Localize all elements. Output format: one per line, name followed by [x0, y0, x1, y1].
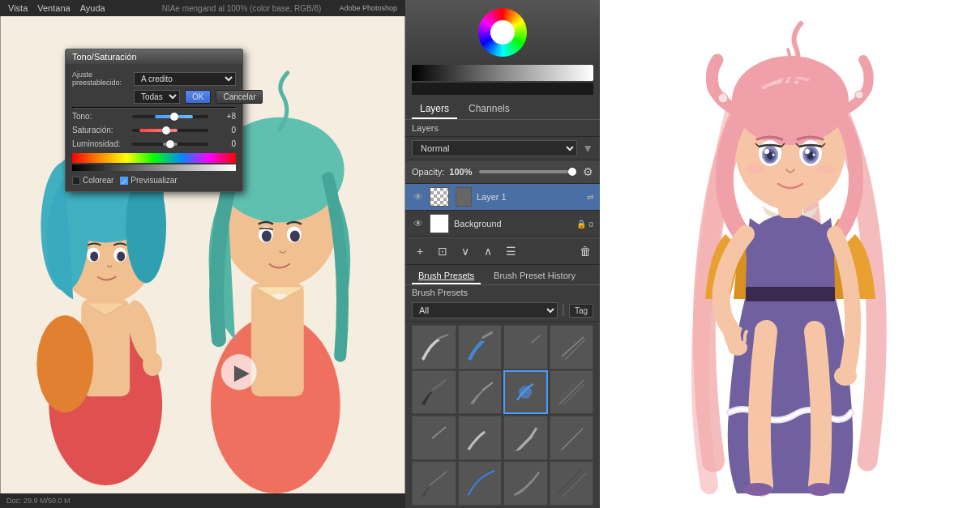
blend-mode-arrow: ▼ [582, 142, 593, 155]
color-wheel[interactable] [478, 8, 527, 57]
layer-item-background[interactable]: 👁 Background 🔒 α [405, 211, 600, 237]
brush-item-12[interactable] [550, 416, 594, 460]
brush-item-5[interactable] [412, 370, 456, 415]
gradient-bar[interactable] [412, 65, 593, 81]
background-thumbnail [430, 214, 449, 233]
cancel-button[interactable]: Cancelar [216, 90, 263, 104]
menu-vista[interactable]: Vista [8, 3, 28, 13]
luminosity-bar [72, 164, 236, 171]
svg-point-42 [746, 214, 835, 287]
layer-settings-icon[interactable]: ⚙ [583, 165, 593, 178]
svg-line-34 [432, 427, 446, 438]
brush-presets-grid [405, 322, 600, 508]
svg-line-39 [559, 473, 584, 497]
layers-subheader: Layers [405, 120, 600, 137]
color-spectrum-bar [72, 153, 236, 163]
svg-point-61 [746, 164, 765, 174]
menu-bar: Vista Ventana Ayuda NIAe mengand al 100%… [0, 0, 405, 16]
luminosity-value: 0 [212, 139, 236, 148]
luminosity-slider[interactable] [132, 143, 208, 146]
layer1-name: Layer 1 [477, 192, 582, 202]
svg-point-53 [764, 149, 769, 154]
brush-item-16[interactable] [550, 461, 594, 506]
svg-rect-25 [481, 331, 493, 339]
delete-layer-button[interactable]: 🗑 [577, 243, 593, 259]
svg-point-20 [262, 231, 272, 242]
menu-ventana[interactable]: Ventana [37, 3, 70, 13]
hue-slider[interactable] [132, 115, 208, 118]
svg-point-64 [834, 366, 857, 386]
preview-checkbox[interactable]: ✓ Previsualizar [120, 176, 177, 185]
color-wheel-center [490, 20, 515, 45]
tab-brush-presets[interactable]: Brush Presets [412, 268, 481, 284]
layer-item-layer1[interactable]: 👁 Layer 1 ⇄ [405, 184, 600, 211]
svg-point-10 [117, 252, 125, 262]
background-visibility-icon[interactable]: 👁 [412, 217, 425, 230]
status-bar: Doc: 29.9 M/50.0 M [0, 493, 405, 508]
layer1-mask-thumbnail [456, 187, 472, 207]
opacity-slider[interactable] [479, 170, 577, 173]
brush-item-13[interactable] [412, 461, 456, 506]
svg-point-30 [519, 386, 532, 399]
brush-item-7[interactable] [503, 370, 548, 415]
layer-style-button[interactable]: ∨ [457, 243, 473, 259]
preset-label: Ajuste preestablecido: [72, 70, 129, 87]
svg-point-9 [90, 252, 98, 262]
ps-hue-saturation-dialog[interactable]: Tono/Saturación Ajuste preestablecido: A… [65, 49, 243, 192]
svg-line-36 [562, 429, 583, 450]
brush-item-14[interactable] [458, 461, 503, 506]
brush-item-11[interactable] [503, 416, 548, 460]
background-lock-icon: 🔒 α [576, 220, 593, 228]
brush-item-15[interactable] [503, 461, 548, 506]
hue-label: Tono: [72, 112, 129, 121]
layer-adjust-button[interactable]: ☰ [503, 243, 519, 259]
layer1-visibility-icon[interactable]: 👁 [412, 190, 425, 203]
status-text: Doc: 29.9 M/50.0 M [6, 497, 71, 505]
layer1-thumbnail [430, 187, 449, 207]
svg-point-48 [855, 91, 863, 99]
svg-line-27 [562, 337, 584, 356]
svg-point-13 [36, 315, 93, 412]
preset-select[interactable]: A credito [134, 72, 236, 86]
svg-point-21 [290, 231, 300, 242]
brush-item-9[interactable] [412, 416, 456, 460]
blend-mode-select[interactable]: Normal [412, 140, 577, 156]
svg-point-65 [743, 483, 772, 496]
brush-item-2[interactable] [458, 325, 503, 369]
brush-item-3[interactable] [503, 325, 548, 369]
brush-filter-row: All Tag [405, 300, 600, 322]
menu-ayuda[interactable]: Ayuda [80, 3, 105, 13]
svg-line-26 [532, 335, 540, 343]
brush-item-6[interactable] [458, 370, 503, 415]
add-layer-button[interactable]: + [412, 243, 428, 259]
brush-item-1[interactable] [412, 325, 456, 369]
background-name: Background [454, 219, 571, 228]
brush-item-8[interactable] [550, 370, 594, 415]
link-layers-button[interactable]: ⊡ [434, 243, 451, 259]
layer1-icons: ⇄ [587, 193, 593, 202]
tab-layers[interactable]: Layers [412, 100, 457, 119]
opacity-thumb[interactable] [568, 168, 576, 176]
channel-select[interactable]: Todas [134, 90, 180, 104]
ok-button[interactable]: OK [185, 90, 211, 104]
svg-point-12 [143, 352, 162, 376]
brush-item-4[interactable] [550, 325, 594, 369]
luminosity-label: Luminosidad: [72, 139, 129, 148]
brush-filter-select[interactable]: All [412, 302, 558, 318]
colorize-checkbox[interactable]: Colorear [72, 176, 113, 185]
hue-value: +8 [212, 112, 236, 121]
svg-line-24 [438, 335, 448, 339]
tab-brush-history[interactable]: Brush Preset History [487, 268, 582, 284]
filter-divider [563, 305, 564, 316]
brush-item-10[interactable] [458, 416, 503, 460]
layer-actions-row: + ⊡ ∨ ∧ ☰ 🗑 [405, 237, 600, 265]
layer-mask-button[interactable]: ∧ [480, 243, 496, 259]
svg-line-33 [558, 379, 580, 400]
brush-tag-button[interactable]: Tag [569, 304, 593, 318]
layers-tabs: Layers Channels [405, 96, 600, 120]
saturation-slider[interactable] [132, 129, 208, 132]
svg-point-66 [807, 483, 833, 496]
color-wheel-area [405, 0, 600, 65]
tab-channels[interactable]: Channels [460, 100, 518, 119]
black-bar [412, 83, 593, 95]
